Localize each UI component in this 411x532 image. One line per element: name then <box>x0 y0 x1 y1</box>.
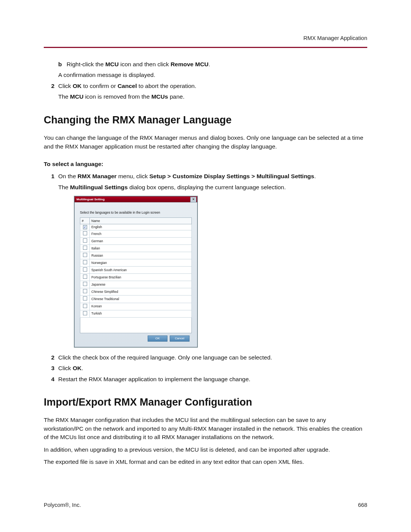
checkbox-icon[interactable] <box>83 311 87 315</box>
dialog-caption: Select the languages to be available in … <box>80 210 192 215</box>
dialog-title-text: Multilingual Setting <box>76 197 105 202</box>
table-row: Russian <box>80 252 192 259</box>
lang-step-1-marker: 1 <box>44 172 58 351</box>
checkbox-icon[interactable] <box>83 267 87 272</box>
table-row: Chinese Traditional <box>80 296 192 303</box>
language-checkbox-cell[interactable] <box>80 288 90 296</box>
language-name: Japanese <box>90 281 192 288</box>
lang-step-1-note: The Multilingual Settings dialog box ope… <box>58 183 367 192</box>
language-name: German <box>90 238 192 245</box>
table-row: Japanese <box>80 281 192 288</box>
col-name: Name <box>90 217 192 224</box>
header-rule <box>44 47 367 48</box>
language-table: # Name ✓EnglishFrenchGermanItalianRussia… <box>80 217 192 318</box>
language-checkbox-cell[interactable] <box>80 310 90 317</box>
language-name: Italian <box>90 245 192 252</box>
import-export-p1: The RMX Manager configuration that inclu… <box>44 416 367 441</box>
table-row: Turkish <box>80 310 192 317</box>
language-checkbox-cell[interactable] <box>80 252 90 259</box>
step-2-text: Click OK to confirm or Cancel to abort t… <box>58 83 196 89</box>
checkbox-icon[interactable] <box>83 275 87 279</box>
change-language-lead: You can change the language of the RMX M… <box>44 134 367 151</box>
language-name: Chinese Traditional <box>90 296 192 303</box>
close-icon[interactable]: ✕ <box>190 197 196 202</box>
cancel-button[interactable]: Cancel <box>170 335 190 342</box>
language-checkbox-cell[interactable] <box>80 267 90 274</box>
substep-b-note: A confirmation message is displayed. <box>58 71 367 79</box>
substep-b-text: Right-click the MCU icon and then click … <box>67 60 367 69</box>
checkbox-icon[interactable] <box>83 246 87 250</box>
language-name: Turkish <box>90 310 192 317</box>
substep-label-b: b <box>58 60 67 69</box>
language-checkbox-cell[interactable] <box>80 238 90 245</box>
lang-step-3-marker: 3 <box>44 364 58 372</box>
table-row: Korean <box>80 303 192 310</box>
language-checkbox-cell[interactable] <box>80 259 90 267</box>
dialog-blank-area <box>80 318 192 333</box>
lang-step-2-marker: 2 <box>44 353 58 362</box>
checkbox-icon[interactable] <box>83 253 87 257</box>
language-checkbox-cell[interactable] <box>80 245 90 252</box>
heading-change-language: Changing the RMX Manager Language <box>44 113 367 128</box>
multilingual-setting-dialog: Multilingual Setting ✕ Select the langua… <box>74 196 198 347</box>
language-name: Chinese Simplified <box>90 288 192 296</box>
lang-step-3-text: Click OK. <box>58 364 367 372</box>
table-row: German <box>80 238 192 245</box>
import-export-p3: The exported file is save in XML format … <box>44 458 367 466</box>
language-name: French <box>90 230 192 238</box>
language-checkbox-cell[interactable] <box>80 303 90 310</box>
checkbox-icon[interactable] <box>83 238 87 243</box>
language-name: Norwegian <box>90 259 192 267</box>
ok-button[interactable]: OK <box>148 335 167 342</box>
language-name: Korean <box>90 303 192 310</box>
checkbox-icon[interactable] <box>83 231 87 235</box>
checkbox-icon[interactable] <box>83 289 87 293</box>
table-row: Portuguese Brazilian <box>80 274 192 281</box>
checkbox-icon[interactable] <box>83 282 87 286</box>
checkbox-icon[interactable] <box>83 304 87 308</box>
table-row: ✓English <box>80 224 192 230</box>
table-row: French <box>80 230 192 238</box>
language-checkbox-cell[interactable] <box>80 281 90 288</box>
heading-import-export: Import/Export RMX Manager Configuration <box>44 395 367 410</box>
header-section: RMX Manager Application <box>44 34 367 42</box>
footer-page: 668 <box>358 501 367 509</box>
table-row: Norwegian <box>80 259 192 267</box>
table-row: Italian <box>80 245 192 252</box>
footer-company: Polycom®, Inc. <box>44 501 81 509</box>
lang-step-1-text: On the RMX Manager menu, click Setup > C… <box>58 173 316 179</box>
lang-step-4-marker: 4 <box>44 375 58 383</box>
language-name: Spanish South American <box>90 267 192 274</box>
lang-step-2-text: Click the check box of the required lang… <box>58 353 367 362</box>
checkbox-icon[interactable]: ✓ <box>83 225 87 229</box>
checkbox-icon[interactable] <box>83 260 87 264</box>
language-name: English <box>90 224 192 230</box>
language-checkbox-cell[interactable] <box>80 296 90 303</box>
checkbox-icon[interactable] <box>83 296 87 300</box>
import-export-p2: In addition, when upgrading to a previou… <box>44 446 367 454</box>
table-row: Chinese Simplified <box>80 288 192 296</box>
lang-step-4-text: Restart the RMX Manager application to i… <box>58 375 367 383</box>
dialog-titlebar: Multilingual Setting ✕ <box>75 197 197 202</box>
table-row: Spanish South American <box>80 267 192 274</box>
language-checkbox-cell[interactable] <box>80 274 90 281</box>
blank-marker <box>44 60 58 80</box>
subheading-select-language: To select a language: <box>44 160 367 168</box>
col-check: # <box>80 217 90 224</box>
language-name: Portuguese Brazilian <box>90 274 192 281</box>
step-2-marker: 2 <box>44 82 58 101</box>
step-2-note: The MCU icon is removed from the MCUs pa… <box>58 93 367 101</box>
language-name: Russian <box>90 252 192 259</box>
language-checkbox-cell[interactable]: ✓ <box>80 224 90 230</box>
language-checkbox-cell[interactable] <box>80 230 90 238</box>
